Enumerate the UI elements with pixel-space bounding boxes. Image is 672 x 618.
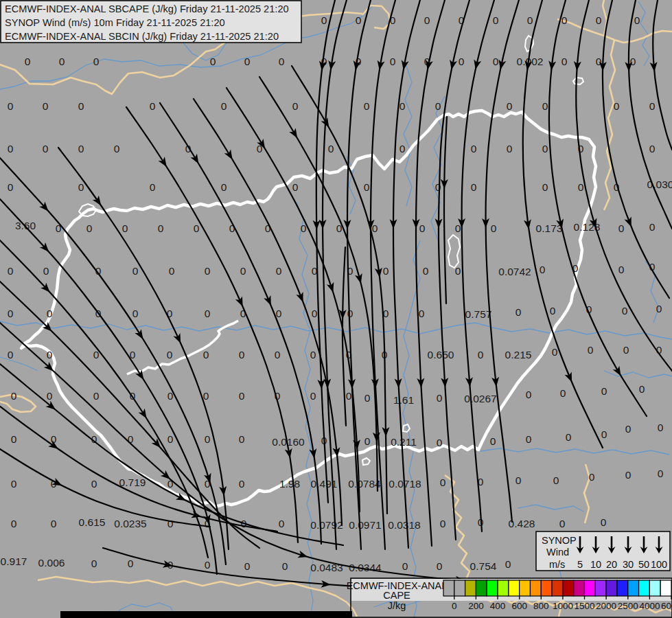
zero-value-label: 0	[364, 181, 370, 193]
zero-value-label: 0	[471, 181, 477, 193]
zero-value-label: 0	[167, 308, 173, 319]
zero-value-label: 0	[390, 56, 396, 67]
zero-value-label: 0	[310, 349, 316, 360]
zero-value-label: 0	[540, 264, 546, 275]
zero-value-label: 0	[91, 558, 97, 569]
wind-legend-unit: m/s	[549, 559, 565, 570]
cape-tick-label: 200	[468, 601, 484, 611]
zero-value-label: 0	[618, 264, 625, 275]
wind-legend-title: SYNOP	[542, 535, 577, 546]
zero-value-label: 0	[8, 265, 14, 277]
zero-value-label: 0	[649, 143, 656, 154]
zero-value-label: 0	[205, 433, 211, 445]
index-value-label: 0.215	[505, 349, 532, 360]
cape-swatch	[585, 580, 596, 596]
zero-value-label: 0	[601, 385, 607, 397]
zero-value-label: 0	[656, 303, 662, 314]
zero-value-label: 0	[150, 100, 156, 112]
index-value-label: 0.211	[391, 436, 417, 448]
zero-value-label: 0	[618, 222, 625, 234]
title-box: ECMWF-INDEX-ANAL SBCAPE (J/kg) Friday 21…	[1, 1, 301, 43]
cape-tick-label: 1500	[574, 601, 594, 611]
index-value-label: 0.0792	[310, 519, 343, 531]
cape-swatch	[628, 580, 639, 596]
zero-value-label: 0	[649, 221, 656, 233]
index-value-label: 0.650	[428, 349, 454, 360]
zero-value-label: 0	[437, 437, 443, 448]
zero-value-label: 0	[158, 222, 164, 234]
zero-value-label: 0	[364, 392, 371, 404]
cape-tick-label: 4000	[639, 601, 660, 611]
zero-value-label: 0	[91, 478, 97, 490]
zero-value-label: 0	[78, 100, 84, 112]
index-value-label: 0.0784	[348, 478, 381, 490]
zero-value-label: 0	[542, 143, 548, 154]
cape-swatch	[552, 580, 563, 596]
index-value-label: 1.98	[279, 478, 300, 490]
zero-value-label: 0	[588, 344, 594, 356]
title-line-sbcape: ECMWF-INDEX-ANAL SBCAPE (J/kg) Friday 21…	[5, 3, 289, 14]
zero-value-label: 0	[589, 471, 595, 483]
cape-tick-label: 1000	[553, 601, 573, 611]
cape-swatch	[649, 580, 660, 596]
zero-value-label: 0	[93, 390, 100, 402]
zero-value-label: 0	[93, 56, 100, 67]
index-value-label: 0.0235	[114, 518, 146, 529]
zero-value-label: 0	[11, 478, 17, 490]
zero-value-label: 0	[527, 14, 533, 26]
zero-value-label: 0	[471, 143, 477, 154]
zero-value-label: 0	[507, 100, 513, 112]
zero-value-label: 0	[11, 390, 17, 402]
cape-swatch	[465, 580, 476, 596]
cape-legend-parameter: CAPE	[383, 590, 410, 601]
cape-swatch	[639, 580, 650, 596]
zero-value-label: 0	[244, 56, 251, 67]
zero-value-label: 0	[435, 100, 441, 112]
wind-legend-subtitle: Wind	[546, 547, 569, 558]
zero-value-label: 0	[282, 560, 288, 572]
zero-value-label: 0	[437, 560, 443, 572]
zero-value-label: 0	[321, 14, 327, 26]
zero-value-label: 0	[505, 558, 511, 570]
zero-value-label: 0	[167, 518, 174, 529]
zero-value-label: 0	[122, 222, 128, 234]
zero-value-label: 0	[205, 559, 211, 571]
zero-value-label: 0	[78, 181, 84, 193]
cape-tick-label: 800	[533, 601, 549, 611]
zero-value-label: 0	[559, 518, 566, 529]
wind-speed-label: 5	[577, 559, 583, 570]
zero-value-label: 0	[622, 305, 628, 317]
cape-tick-label: 0	[452, 601, 457, 611]
zero-value-label: 0	[364, 435, 371, 447]
cape-swatch	[595, 580, 606, 596]
zero-value-label: 0	[239, 433, 245, 445]
zero-value-label: 0	[279, 56, 285, 67]
zero-value-label: 0	[435, 181, 441, 193]
index-value-label: 0.006	[38, 557, 65, 569]
zero-value-label: 0	[601, 428, 607, 440]
zero-value-label: 0	[658, 422, 664, 433]
zero-value-label: 0	[43, 265, 49, 277]
zero-value-label: 0	[423, 265, 429, 277]
cape-swatch	[487, 580, 498, 596]
wind-speed-label: 50	[638, 559, 649, 570]
zero-value-label: 0	[623, 344, 629, 356]
zero-value-label: 0	[419, 222, 426, 234]
wind-speed-label: 100	[651, 559, 667, 570]
zero-value-label: 0	[221, 181, 227, 193]
zero-value-label: 0	[279, 518, 285, 529]
zero-value-label: 0	[634, 14, 640, 26]
zero-value-label: 0	[399, 100, 406, 112]
zero-value-label: 0	[150, 181, 156, 193]
index-value-label: 0.0318	[388, 519, 420, 531]
zero-value-label: 0	[639, 383, 645, 395]
wind-legend: SYNOP Wind m/s 510203050100	[536, 531, 670, 571]
zero-value-label: 0	[550, 305, 556, 317]
zero-value-label: 0	[419, 308, 425, 319]
zero-value-label: 0	[440, 477, 446, 488]
zero-value-label: 0	[205, 308, 211, 319]
zero-value-label: 0	[43, 100, 49, 112]
zero-value-label: 0	[292, 181, 299, 193]
wind-speed-label: 30	[623, 559, 634, 570]
zero-value-label: 0	[8, 349, 14, 360]
